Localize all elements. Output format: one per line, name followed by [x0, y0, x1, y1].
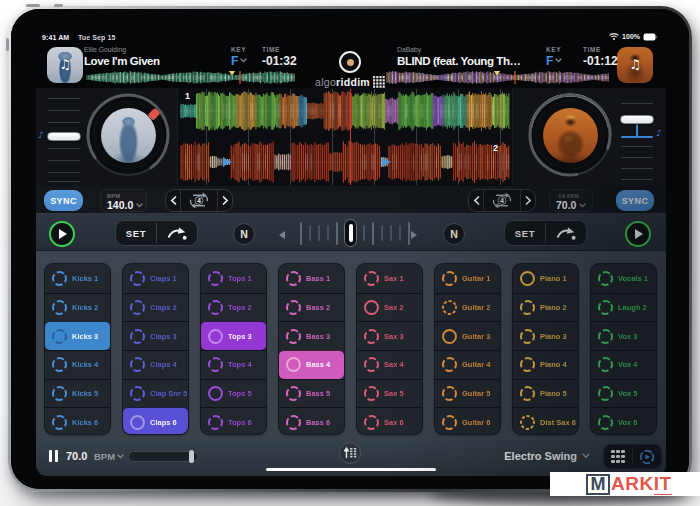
pad-bass-1[interactable]: Bass 1 — [279, 264, 344, 293]
deck-a-turntable[interactable] — [83, 90, 173, 180]
pad-column-sax: Sax 1Sax 2Sax 3Sax 4Sax 5Sax 6 — [356, 263, 423, 435]
deck-a-key-label: KEY — [231, 46, 246, 53]
pad-tops-6[interactable]: Tops 6 — [201, 407, 266, 435]
pad-label: Guitar 2 — [462, 303, 490, 312]
pad-label: Sax 6 — [384, 418, 404, 427]
pad-sax-4[interactable]: Sax 4 — [357, 350, 422, 379]
deck-a-cue-number: 1 — [185, 91, 190, 101]
pad-claps-2[interactable]: Claps 2 — [123, 293, 188, 322]
pad-guitar-6[interactable]: Guitar 6 — [435, 407, 500, 435]
pad-piano-3[interactable]: Piano 3 — [513, 321, 578, 350]
preset-dropdown[interactable]: Electro Swing — [504, 450, 590, 462]
master-bpm-label[interactable]: BPM — [94, 451, 124, 462]
pad-sax-6[interactable]: Sax 6 — [357, 407, 422, 435]
pad-claps-3[interactable]: Claps 3 — [123, 321, 188, 350]
pad-guitar-5[interactable]: Guitar 5 — [435, 379, 500, 408]
pad-piano-1[interactable]: Piano 1 — [513, 264, 578, 293]
pad-bass-5[interactable]: Bass 5 — [279, 379, 344, 408]
record-dot — [347, 59, 354, 66]
scrubber-handle[interactable] — [344, 219, 357, 247]
record-button[interactable] — [339, 51, 361, 73]
pad-vocals-6[interactable]: Vox 6 — [591, 407, 656, 435]
deck-b-play-button[interactable] — [625, 221, 651, 247]
deck-b-turntable[interactable] — [525, 90, 615, 180]
pad-ring-icon — [597, 414, 614, 431]
pause-icon[interactable] — [49, 450, 58, 462]
deck-b-pitch-handle[interactable] — [620, 115, 654, 124]
deck-b-key-value[interactable]: F — [546, 54, 562, 68]
deck-b-loop-double-button[interactable] — [521, 190, 535, 212]
pad-piano-2[interactable]: Piano 2 — [513, 293, 578, 322]
pad-bass-3[interactable]: Bass 3 — [279, 321, 344, 350]
deck-b-loop-halve-button[interactable] — [469, 190, 483, 212]
deck-b-overview-waveform[interactable] — [386, 70, 610, 84]
deck-a-album-art[interactable]: ♫ — [47, 47, 83, 83]
deck-b-automix-button[interactable]: N — [443, 223, 465, 245]
pad-guitar-3[interactable]: Guitar 3 — [435, 321, 500, 350]
pad-label: Bass 6 — [306, 418, 330, 427]
pad-tops-1[interactable]: Tops 1 — [201, 264, 266, 293]
deck-a-sync-button[interactable]: SYNC — [44, 190, 83, 211]
deck-a-pitch-handle[interactable] — [47, 132, 81, 141]
pad-label: Tops 5 — [228, 389, 252, 398]
pad-kicks-4[interactable]: Kicks 4 — [45, 350, 110, 379]
deck-a-loop-halve-button[interactable] — [166, 190, 180, 212]
pad-kicks-5[interactable]: Kicks 5 — [45, 379, 110, 408]
pad-kicks-1[interactable]: Kicks 1 — [45, 264, 110, 293]
slider-handle[interactable] — [189, 450, 194, 463]
grid-view-button[interactable] — [604, 445, 632, 468]
pad-vocals-2[interactable]: Laugh 2 — [591, 293, 656, 322]
master-tempo-slider[interactable] — [128, 451, 198, 462]
pad-ring-icon — [441, 328, 458, 345]
pad-kicks-3[interactable]: Kicks 3 — [45, 321, 110, 350]
pad-claps-5[interactable]: Clap Snr 5 — [123, 379, 188, 408]
deck-b-set-cue-button[interactable]: SET — [505, 221, 545, 245]
pad-kicks-6[interactable]: Kicks 6 — [45, 407, 110, 435]
home-indicator[interactable] — [266, 468, 436, 471]
pad-tops-5[interactable]: Tops 5 — [201, 379, 266, 408]
deck-a-bpm-box[interactable]: BPM 140.0 — [100, 189, 147, 212]
pad-vocals-4[interactable]: Vox 4 — [591, 350, 656, 379]
deck-b-loop-button[interactable]: 4 — [483, 190, 521, 212]
deck-b-tempo-box[interactable]: -14.06% 70.0 — [549, 189, 593, 212]
deck-a-key-value[interactable]: F — [231, 54, 247, 68]
pad-sax-1[interactable]: Sax 1 — [357, 264, 422, 293]
pad-kicks-2[interactable]: Kicks 2 — [45, 293, 110, 322]
view-toggle-group — [603, 444, 662, 469]
deck-b-album-art[interactable]: ♫ — [617, 47, 653, 83]
pad-piano-6[interactable]: Dist Sax 6 — [513, 407, 578, 435]
pad-tops-3[interactable]: Tops 3 — [201, 321, 266, 350]
pad-tops-4[interactable]: Tops 4 — [201, 350, 266, 379]
deck-a-bpm-label: BPM — [107, 193, 120, 199]
pad-guitar-4[interactable]: Guitar 4 — [435, 350, 500, 379]
pad-vocals-1[interactable]: Vocals 1 — [591, 264, 656, 293]
pad-vocals-3[interactable]: Vox 3 — [591, 321, 656, 350]
nudge-right-icon[interactable] — [411, 231, 417, 239]
pad-sax-5[interactable]: Sax 5 — [357, 379, 422, 408]
main-waveforms[interactable]: 1 2 — [179, 88, 512, 186]
pad-guitar-1[interactable]: Guitar 1 — [435, 264, 500, 293]
pad-bass-2[interactable]: Bass 2 — [279, 293, 344, 322]
deck-b-pitch-zero-line — [621, 136, 653, 138]
pad-tops-2[interactable]: Tops 2 — [201, 293, 266, 322]
pad-sax-2[interactable]: Sax 2 — [357, 293, 422, 322]
pad-ring-icon — [129, 385, 146, 402]
mixer-button[interactable] — [339, 442, 361, 464]
pad-sax-3[interactable]: Sax 3 — [357, 321, 422, 350]
pad-bass-4[interactable]: Bass 4 — [279, 350, 344, 379]
pad-piano-5[interactable]: Piano 5 — [513, 379, 578, 408]
pad-piano-4[interactable]: Piano 4 — [513, 350, 578, 379]
pad-ring-icon — [597, 328, 614, 345]
pad-claps-6[interactable]: Claps 6 — [123, 407, 188, 435]
pad-claps-4[interactable]: Claps 4 — [123, 350, 188, 379]
pad-vocals-5[interactable]: Vox 5 — [591, 379, 656, 408]
pad-guitar-2[interactable]: Guitar 2 — [435, 293, 500, 322]
deck-b-jump-button[interactable] — [546, 221, 586, 245]
auto-loop-button[interactable] — [633, 445, 661, 468]
pad-claps-1[interactable]: Claps 1 — [123, 264, 188, 293]
deck-a-loop-double-button[interactable] — [218, 190, 232, 212]
nudge-left-icon[interactable] — [279, 231, 285, 239]
pad-bass-6[interactable]: Bass 6 — [279, 407, 344, 435]
deck-b-sync-button[interactable]: SYNC — [616, 190, 654, 211]
deck-a-loop-button[interactable]: 4 — [180, 190, 218, 212]
